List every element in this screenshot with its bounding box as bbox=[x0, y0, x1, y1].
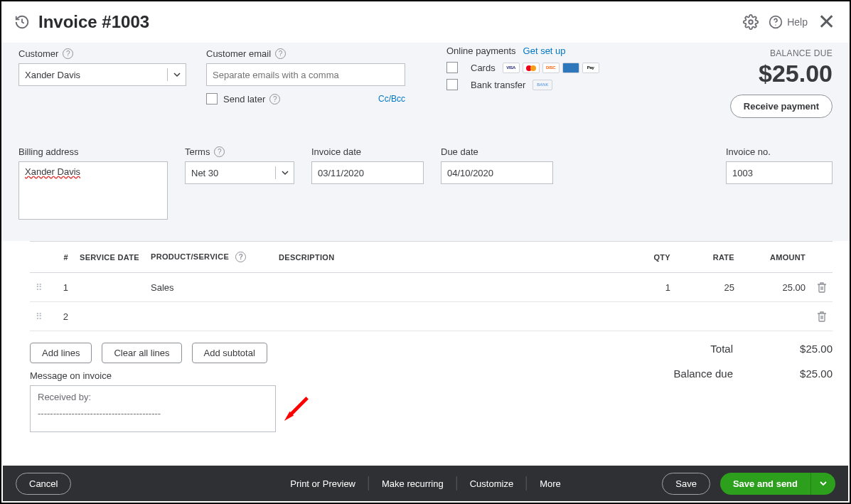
ccbcc-link[interactable]: Cc/Bcc bbox=[378, 94, 405, 104]
trash-icon[interactable] bbox=[817, 282, 827, 293]
message-on-invoice-label: Message on invoice bbox=[30, 370, 277, 381]
cell-rate[interactable] bbox=[676, 302, 740, 331]
add-lines-button[interactable]: Add lines bbox=[30, 343, 92, 363]
cell-description[interactable] bbox=[273, 273, 626, 302]
cell-amount[interactable]: 25.00 bbox=[740, 273, 811, 302]
col-num: # bbox=[48, 242, 74, 273]
cell-description[interactable] bbox=[273, 302, 626, 331]
cell-num: 2 bbox=[48, 302, 74, 331]
receive-payment-button[interactable]: Receive payment bbox=[730, 95, 833, 118]
due-date-field: Due date bbox=[441, 146, 553, 184]
cell-qty[interactable] bbox=[626, 302, 676, 331]
svg-point-2 bbox=[776, 25, 776, 26]
add-subtotal-button[interactable]: Add subtotal bbox=[192, 343, 267, 363]
invoice-header-section: Customer ? Xander Davis Customer email ? bbox=[1, 43, 850, 241]
line-items-table: # SERVICE DATE PRODUCT/SERVICE ? DESCRIP… bbox=[30, 241, 833, 331]
invoice-date-input[interactable] bbox=[311, 161, 424, 184]
svg-point-0 bbox=[749, 20, 753, 24]
col-description: DESCRIPTION bbox=[273, 242, 626, 273]
cell-service-date[interactable] bbox=[74, 273, 145, 302]
drag-handle-icon[interactable]: ⠿ bbox=[36, 311, 43, 322]
line-item-buttons: Add lines Clear all lines Add subtotal M… bbox=[30, 343, 277, 432]
cell-service-date[interactable] bbox=[74, 302, 145, 331]
total-label: Total bbox=[710, 343, 733, 355]
customize-button[interactable]: Customize bbox=[457, 478, 526, 489]
balance-due-amount: $25.00 bbox=[730, 60, 833, 87]
balance-due-value: $25.00 bbox=[776, 368, 833, 380]
get-set-up-link[interactable]: Get set up bbox=[523, 45, 566, 56]
col-product: PRODUCT/SERVICE ? bbox=[145, 242, 273, 273]
cancel-button[interactable]: Cancel bbox=[16, 473, 71, 495]
bank-icon: BANK bbox=[532, 80, 552, 90]
col-qty: QTY bbox=[626, 242, 676, 273]
chevron-down-icon[interactable] bbox=[167, 68, 186, 81]
help-icon[interactable]: ? bbox=[235, 252, 246, 262]
invoice-no-label: Invoice no. bbox=[726, 146, 833, 157]
total-value: $25.00 bbox=[776, 343, 833, 355]
bank-transfer-label: Bank transfer bbox=[471, 80, 525, 90]
cell-qty[interactable]: 1 bbox=[626, 273, 676, 302]
balance-section: BALANCE DUE $25.00 Receive payment bbox=[730, 48, 833, 118]
billing-address-field: Billing address Xander Davis bbox=[18, 146, 168, 220]
visa-icon: VISA bbox=[503, 63, 520, 73]
customer-value: Xander Davis bbox=[25, 70, 167, 80]
clear-all-lines-button[interactable]: Clear all lines bbox=[102, 343, 181, 363]
invoice-date-label: Invoice date bbox=[311, 146, 424, 157]
bank-transfer-checkbox[interactable] bbox=[446, 79, 458, 90]
more-button[interactable]: More bbox=[527, 478, 574, 489]
help-icon[interactable]: ? bbox=[63, 48, 73, 59]
terms-combo[interactable]: Net 30 bbox=[185, 161, 294, 184]
header-bar: Invoice #1003 Help ✕ bbox=[1, 1, 850, 43]
col-amount: AMOUNT bbox=[740, 242, 811, 273]
email-label: Customer email ? bbox=[206, 48, 405, 59]
amex-icon bbox=[562, 63, 579, 73]
apple-pay-icon: Pay bbox=[582, 63, 599, 73]
help-button[interactable]: Help bbox=[769, 15, 808, 29]
cell-num: 1 bbox=[48, 273, 74, 302]
email-field: Customer email ? Send later ? Cc/Bcc bbox=[206, 48, 405, 104]
email-input[interactable] bbox=[206, 63, 405, 86]
billing-address-input[interactable]: Xander Davis bbox=[18, 161, 168, 220]
history-icon[interactable] bbox=[14, 14, 30, 30]
help-label: Help bbox=[787, 16, 808, 28]
send-later-checkbox[interactable] bbox=[206, 93, 218, 104]
table-row[interactable]: ⠿ 2 bbox=[30, 302, 833, 331]
save-button[interactable]: Save bbox=[662, 473, 710, 495]
invoice-date-field: Invoice date bbox=[311, 146, 424, 184]
chevron-down-icon[interactable] bbox=[275, 166, 294, 179]
close-icon[interactable]: ✕ bbox=[818, 11, 835, 33]
mastercard-icon bbox=[523, 63, 540, 73]
print-preview-button[interactable]: Print or Preview bbox=[277, 478, 368, 489]
terms-value: Net 30 bbox=[191, 168, 275, 178]
cell-product[interactable]: Sales bbox=[145, 273, 273, 302]
due-date-input[interactable] bbox=[441, 161, 553, 184]
drag-handle-icon[interactable]: ⠿ bbox=[36, 282, 43, 293]
customer-combo[interactable]: Xander Davis bbox=[18, 63, 186, 86]
online-payments-section: Online payments Get set up Cards VISA DI… bbox=[446, 48, 599, 96]
cell-product[interactable] bbox=[145, 302, 273, 331]
help-icon[interactable]: ? bbox=[269, 94, 280, 104]
cards-checkbox[interactable] bbox=[446, 62, 458, 73]
col-rate: RATE bbox=[676, 242, 740, 273]
send-later-label: Send later bbox=[223, 94, 265, 104]
help-icon[interactable]: ? bbox=[214, 146, 225, 157]
footer-bar: Cancel Print or Preview Make recurring C… bbox=[3, 466, 848, 501]
card-badges: VISA DISC Pay bbox=[503, 63, 599, 73]
invoice-no-input[interactable] bbox=[726, 161, 833, 184]
help-icon[interactable]: ? bbox=[275, 48, 286, 59]
save-and-send-button[interactable]: Save and send bbox=[720, 473, 835, 495]
chevron-down-icon[interactable] bbox=[810, 473, 835, 495]
trash-icon[interactable] bbox=[817, 311, 827, 322]
table-row[interactable]: ⠿ 1 Sales 1 25 25.00 bbox=[30, 273, 833, 302]
invoice-no-field: Invoice no. bbox=[726, 146, 833, 184]
balance-due-label: Balance due bbox=[674, 368, 733, 380]
cell-rate[interactable]: 25 bbox=[676, 273, 740, 302]
discover-icon: DISC bbox=[542, 63, 560, 73]
gear-icon[interactable] bbox=[743, 14, 759, 30]
cell-amount[interactable] bbox=[740, 302, 811, 331]
message-on-invoice-input[interactable]: Received by: ---------------------------… bbox=[30, 385, 276, 432]
customer-label: Customer ? bbox=[18, 48, 186, 59]
make-recurring-button[interactable]: Make recurring bbox=[369, 478, 456, 489]
col-service-date: SERVICE DATE bbox=[74, 242, 145, 273]
line-items-section: # SERVICE DATE PRODUCT/SERVICE ? DESCRIP… bbox=[1, 241, 850, 432]
